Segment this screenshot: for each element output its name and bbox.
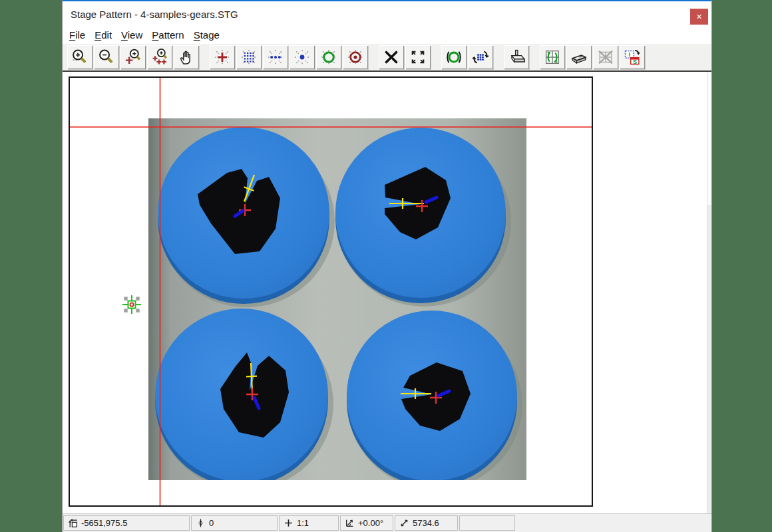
close-icon: ✕	[696, 13, 702, 21]
pan-icon	[177, 48, 196, 66]
marker-corner-dot	[136, 297, 139, 300]
point-row-button[interactable]	[263, 45, 288, 69]
marker-corner-dot	[124, 309, 127, 312]
menu-bar: FileEditViewPatternStage	[63, 27, 711, 44]
canvas-right-strip	[707, 72, 711, 513]
rotate-pattern-button[interactable]	[468, 45, 493, 69]
status-stage-angle: +0.00°	[340, 515, 393, 531]
canvas-area[interactable]	[63, 72, 711, 513]
app-window: Stage Pattern - 4-samples-gears.STG ✕ Fi…	[62, 0, 712, 532]
toggle-image-stage-button[interactable]: IS	[620, 45, 645, 69]
add-point-icon	[213, 48, 232, 66]
measure-circle-center-button[interactable]	[343, 45, 368, 69]
measure-circle-icon	[319, 48, 338, 66]
close-button[interactable]: ✕	[690, 9, 708, 25]
stage-scene	[63, 72, 711, 513]
swap-quadrants-button[interactable]	[540, 45, 565, 69]
zoom-to-points-icon	[150, 48, 169, 66]
stage-xy-icon	[68, 518, 78, 528]
toolbar: IS	[63, 44, 711, 72]
toggle-image-stage-icon: IS	[623, 48, 642, 66]
swap-quadrants-icon	[543, 48, 562, 66]
zoom-ratio-icon	[284, 518, 293, 528]
desktop-background: Stage Pattern - 4-samples-gears.STG ✕ Fi…	[0, 0, 772, 532]
status-bar: -5651,975.501:1+0.00°5734.6	[63, 513, 711, 532]
status-spare	[459, 515, 515, 531]
grid-disabled-icon	[596, 48, 615, 66]
zoom-in-icon	[71, 48, 89, 66]
delete-point-button[interactable]	[379, 45, 404, 69]
zoom-to-points-button[interactable]	[147, 45, 172, 69]
window-title: Stage Pattern - 4-samples-gears.STG	[71, 9, 238, 20]
measure-length-icon	[399, 518, 409, 528]
zoom-fit-icon	[409, 48, 427, 66]
marker-corner-dot	[136, 309, 139, 312]
single-point-button[interactable]	[290, 45, 315, 69]
zoom-fit-button[interactable]	[405, 45, 431, 69]
svg-text:I: I	[629, 51, 631, 58]
status-measure-length: 5734.6	[395, 515, 458, 531]
status-stage-angle-value: +0.00°	[358, 518, 383, 528]
status-measure-length-value: 5734.6	[413, 518, 439, 528]
menu-file[interactable]: File	[65, 28, 90, 43]
status-stage-xy-value: -5651,975.5	[81, 518, 127, 528]
zoom-to-point-icon	[124, 48, 142, 66]
stage-control-icon	[507, 48, 526, 66]
status-stage-xy: -5651,975.5	[63, 515, 190, 531]
status-stage-z-value: 0	[209, 518, 214, 528]
marker-center-red	[130, 303, 133, 306]
menu-edit[interactable]: Edit	[90, 28, 116, 43]
grid-disabled-button	[593, 45, 618, 69]
point-matrix-button[interactable]	[236, 45, 262, 69]
measure-tick-yellow	[246, 376, 257, 377]
stage-z-icon	[196, 518, 206, 528]
scan-image-icon	[570, 48, 588, 66]
status-stage-z: 0	[191, 515, 278, 531]
menu-stage[interactable]: Stage	[189, 28, 224, 43]
point-row-icon	[266, 48, 285, 66]
delete-point-icon	[382, 48, 401, 66]
status-zoom-ratio: 1:1	[279, 515, 339, 531]
pattern-circle-button[interactable]	[441, 45, 467, 69]
svg-text:S: S	[633, 59, 637, 65]
zoom-out-button[interactable]	[94, 45, 119, 69]
zoom-in-button[interactable]	[67, 45, 93, 69]
menu-pattern[interactable]: Pattern	[147, 28, 188, 43]
scan-image-button[interactable]	[566, 45, 592, 69]
status-zoom-ratio-value: 1:1	[297, 518, 309, 528]
point-matrix-icon	[240, 48, 258, 66]
measure-circle-button[interactable]	[316, 45, 341, 69]
single-point-icon	[293, 48, 311, 66]
rotate-pattern-icon	[471, 48, 490, 66]
zoom-to-point-button[interactable]	[120, 45, 146, 69]
stage-control-button[interactable]	[504, 45, 529, 69]
sample-photo	[148, 118, 526, 490]
zoom-out-icon	[97, 48, 116, 66]
menu-view[interactable]: View	[116, 28, 147, 43]
stage-position-marker	[122, 295, 141, 314]
add-point-button[interactable]	[210, 45, 235, 69]
stage-angle-icon	[345, 518, 355, 528]
title-bar[interactable]: Stage Pattern - 4-samples-gears.STG ✕	[63, 0, 711, 27]
measure-circle-center-icon	[346, 48, 365, 66]
pan-button[interactable]	[174, 45, 199, 69]
pattern-circle-icon	[445, 48, 463, 66]
marker-corner-dot	[124, 297, 127, 300]
